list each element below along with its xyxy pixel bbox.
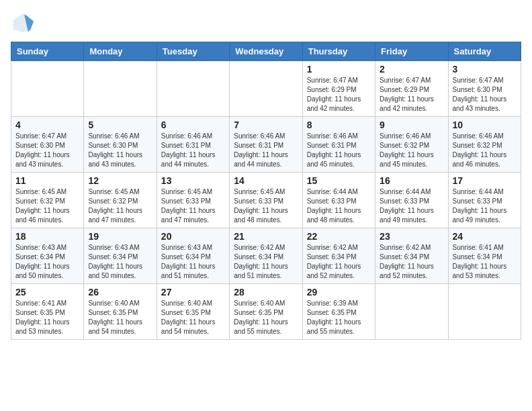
calendar-cell: 23Sunrise: 6:42 AM Sunset: 6:34 PM Dayli… <box>375 228 448 284</box>
calendar-cell: 7Sunrise: 6:46 AM Sunset: 6:31 PM Daylig… <box>230 117 302 173</box>
calendar-cell: 8Sunrise: 6:46 AM Sunset: 6:31 PM Daylig… <box>302 117 375 173</box>
calendar-cell <box>375 284 448 340</box>
calendar-cell: 22Sunrise: 6:42 AM Sunset: 6:34 PM Dayli… <box>302 228 375 284</box>
day-number: 9 <box>380 120 443 130</box>
day-info: Sunrise: 6:47 AM Sunset: 6:30 PM Dayligh… <box>15 132 79 169</box>
calendar-cell: 24Sunrise: 6:41 AM Sunset: 6:34 PM Dayli… <box>448 228 521 284</box>
calendar-cell: 21Sunrise: 6:42 AM Sunset: 6:34 PM Dayli… <box>230 228 302 284</box>
calendar-cell <box>11 61 84 117</box>
day-number: 26 <box>88 287 152 298</box>
calendar-cell: 17Sunrise: 6:44 AM Sunset: 6:33 PM Dayli… <box>448 173 521 228</box>
day-info: Sunrise: 6:41 AM Sunset: 6:35 PM Dayligh… <box>15 299 79 336</box>
day-info: Sunrise: 6:40 AM Sunset: 6:35 PM Dayligh… <box>161 299 225 336</box>
calendar-cell: 5Sunrise: 6:46 AM Sunset: 6:30 PM Daylig… <box>84 117 157 173</box>
calendar-cell <box>157 61 229 117</box>
calendar-cell: 28Sunrise: 6:40 AM Sunset: 6:35 PM Dayli… <box>230 284 302 340</box>
calendar-cell: 10Sunrise: 6:46 AM Sunset: 6:32 PM Dayli… <box>448 117 521 173</box>
day-info: Sunrise: 6:42 AM Sunset: 6:34 PM Dayligh… <box>380 243 443 281</box>
day-info: Sunrise: 6:45 AM Sunset: 6:32 PM Dayligh… <box>88 187 152 225</box>
day-number: 4 <box>15 120 79 130</box>
day-number: 28 <box>234 287 298 298</box>
day-info: Sunrise: 6:46 AM Sunset: 6:31 PM Dayligh… <box>161 132 225 169</box>
calendar-cell: 6Sunrise: 6:46 AM Sunset: 6:31 PM Daylig… <box>157 117 229 173</box>
calendar-cell: 18Sunrise: 6:43 AM Sunset: 6:34 PM Dayli… <box>11 228 84 284</box>
day-number: 27 <box>161 287 225 298</box>
day-header-friday: Friday <box>375 42 448 61</box>
day-info: Sunrise: 6:44 AM Sunset: 6:33 PM Dayligh… <box>307 187 371 225</box>
calendar-cell: 9Sunrise: 6:46 AM Sunset: 6:32 PM Daylig… <box>375 117 448 173</box>
day-info: Sunrise: 6:46 AM Sunset: 6:30 PM Dayligh… <box>88 132 152 169</box>
day-header-monday: Monday <box>84 42 157 61</box>
day-info: Sunrise: 6:42 AM Sunset: 6:34 PM Dayligh… <box>307 243 371 281</box>
day-info: Sunrise: 6:47 AM Sunset: 6:30 PM Dayligh… <box>453 76 517 113</box>
day-header-tuesday: Tuesday <box>157 42 229 61</box>
calendar-week-5: 25Sunrise: 6:41 AM Sunset: 6:35 PM Dayli… <box>11 284 521 340</box>
calendar-cell <box>84 61 157 117</box>
day-info: Sunrise: 6:47 AM Sunset: 6:29 PM Dayligh… <box>380 76 443 113</box>
day-number: 17 <box>453 175 517 186</box>
calendar: SundayMondayTuesdayWednesdayThursdayFrid… <box>11 42 521 340</box>
day-number: 8 <box>307 120 371 130</box>
day-info: Sunrise: 6:43 AM Sunset: 6:34 PM Dayligh… <box>161 243 225 281</box>
header <box>11 11 521 35</box>
day-number: 16 <box>380 175 443 186</box>
day-info: Sunrise: 6:46 AM Sunset: 6:31 PM Dayligh… <box>234 132 298 169</box>
day-info: Sunrise: 6:43 AM Sunset: 6:34 PM Dayligh… <box>15 243 79 281</box>
day-header-sunday: Sunday <box>11 42 84 61</box>
day-info: Sunrise: 6:45 AM Sunset: 6:33 PM Dayligh… <box>234 187 298 225</box>
calendar-cell: 26Sunrise: 6:40 AM Sunset: 6:35 PM Dayli… <box>84 284 157 340</box>
day-info: Sunrise: 6:46 AM Sunset: 6:32 PM Dayligh… <box>380 132 443 169</box>
calendar-cell: 14Sunrise: 6:45 AM Sunset: 6:33 PM Dayli… <box>230 173 302 228</box>
calendar-week-3: 11Sunrise: 6:45 AM Sunset: 6:32 PM Dayli… <box>11 173 521 228</box>
calendar-cell: 4Sunrise: 6:47 AM Sunset: 6:30 PM Daylig… <box>11 117 84 173</box>
day-info: Sunrise: 6:40 AM Sunset: 6:35 PM Dayligh… <box>88 299 152 336</box>
logo <box>11 11 38 35</box>
day-number: 14 <box>234 175 298 186</box>
calendar-cell: 12Sunrise: 6:45 AM Sunset: 6:32 PM Dayli… <box>84 173 157 228</box>
day-info: Sunrise: 6:46 AM Sunset: 6:31 PM Dayligh… <box>307 132 371 169</box>
day-number: 29 <box>307 287 371 298</box>
day-info: Sunrise: 6:44 AM Sunset: 6:33 PM Dayligh… <box>453 187 517 225</box>
day-number: 25 <box>15 287 79 298</box>
calendar-cell <box>448 284 521 340</box>
day-header-thursday: Thursday <box>302 42 375 61</box>
day-number: 22 <box>307 231 371 242</box>
calendar-week-1: 1Sunrise: 6:47 AM Sunset: 6:29 PM Daylig… <box>11 61 521 117</box>
calendar-cell: 2Sunrise: 6:47 AM Sunset: 6:29 PM Daylig… <box>375 61 448 117</box>
day-info: Sunrise: 6:42 AM Sunset: 6:34 PM Dayligh… <box>234 243 298 281</box>
calendar-week-4: 18Sunrise: 6:43 AM Sunset: 6:34 PM Dayli… <box>11 228 521 284</box>
day-number: 20 <box>161 231 225 242</box>
day-info: Sunrise: 6:45 AM Sunset: 6:33 PM Dayligh… <box>161 187 225 225</box>
calendar-cell: 16Sunrise: 6:44 AM Sunset: 6:33 PM Dayli… <box>375 173 448 228</box>
calendar-cell <box>230 61 302 117</box>
day-info: Sunrise: 6:45 AM Sunset: 6:32 PM Dayligh… <box>15 187 79 225</box>
calendar-cell: 13Sunrise: 6:45 AM Sunset: 6:33 PM Dayli… <box>157 173 229 228</box>
calendar-cell: 20Sunrise: 6:43 AM Sunset: 6:34 PM Dayli… <box>157 228 229 284</box>
calendar-cell: 25Sunrise: 6:41 AM Sunset: 6:35 PM Dayli… <box>11 284 84 340</box>
day-number: 24 <box>453 231 517 242</box>
day-info: Sunrise: 6:39 AM Sunset: 6:35 PM Dayligh… <box>307 299 371 336</box>
day-number: 2 <box>380 64 443 75</box>
day-number: 19 <box>88 231 152 242</box>
calendar-cell: 11Sunrise: 6:45 AM Sunset: 6:32 PM Dayli… <box>11 173 84 228</box>
day-number: 10 <box>453 120 517 130</box>
day-number: 12 <box>88 175 152 186</box>
day-number: 23 <box>380 231 443 242</box>
day-info: Sunrise: 6:43 AM Sunset: 6:34 PM Dayligh… <box>88 243 152 281</box>
calendar-cell: 19Sunrise: 6:43 AM Sunset: 6:34 PM Dayli… <box>84 228 157 284</box>
calendar-cell: 29Sunrise: 6:39 AM Sunset: 6:35 PM Dayli… <box>302 284 375 340</box>
calendar-week-2: 4Sunrise: 6:47 AM Sunset: 6:30 PM Daylig… <box>11 117 521 173</box>
day-number: 15 <box>307 175 371 186</box>
day-info: Sunrise: 6:44 AM Sunset: 6:33 PM Dayligh… <box>380 187 443 225</box>
day-number: 6 <box>161 120 225 130</box>
day-header-wednesday: Wednesday <box>230 42 302 61</box>
calendar-cell: 27Sunrise: 6:40 AM Sunset: 6:35 PM Dayli… <box>157 284 229 340</box>
logo-icon <box>11 11 35 35</box>
day-number: 3 <box>453 64 517 75</box>
day-number: 13 <box>161 175 225 186</box>
day-number: 5 <box>88 120 152 130</box>
day-number: 7 <box>234 120 298 130</box>
calendar-cell: 1Sunrise: 6:47 AM Sunset: 6:29 PM Daylig… <box>302 61 375 117</box>
day-info: Sunrise: 6:46 AM Sunset: 6:32 PM Dayligh… <box>453 132 517 169</box>
calendar-cell: 15Sunrise: 6:44 AM Sunset: 6:33 PM Dayli… <box>302 173 375 228</box>
